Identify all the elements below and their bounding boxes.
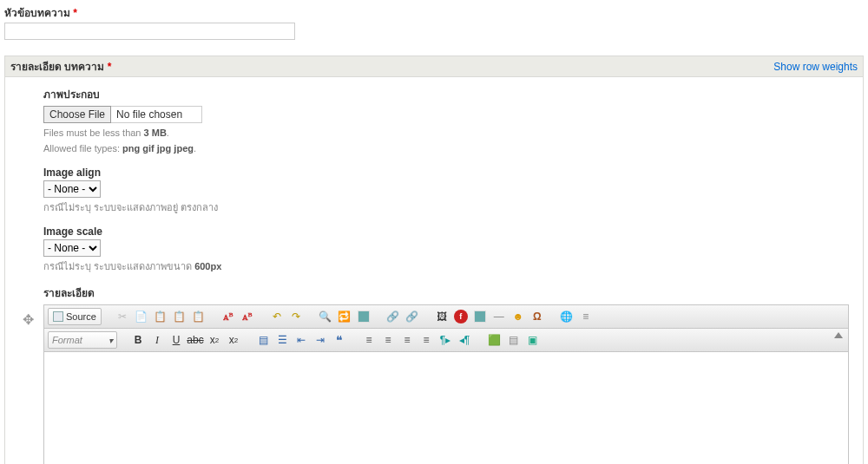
editor-textarea[interactable]: [44, 352, 848, 464]
strike-icon[interactable]: abc: [187, 331, 204, 349]
image-label: ภาพประกอบ: [43, 86, 849, 102]
outdent-icon[interactable]: ⇤: [293, 331, 310, 349]
toolbar-collapse-icon[interactable]: [834, 332, 843, 338]
cut-icon[interactable]: ✂: [114, 308, 131, 325]
imce-icon[interactable]: 🌐: [558, 308, 575, 325]
hr-icon[interactable]: —: [490, 308, 508, 325]
spellcheck-icon[interactable]: ᴀᴮ: [220, 308, 237, 325]
file-types-hint: Allowed file types: png gif jpg jpeg.: [43, 142, 849, 154]
required-asterisk: *: [108, 61, 112, 73]
body-label: รายละเอียด: [43, 284, 849, 301]
numbered-list-icon[interactable]: ▤: [254, 331, 272, 349]
align-left-icon[interactable]: ≡: [360, 331, 378, 349]
replace-icon[interactable]: 🔁: [336, 308, 353, 325]
teaser-break-icon[interactable]: ≡: [577, 308, 595, 325]
drag-handle-icon[interactable]: ✥: [23, 311, 34, 328]
bold-icon[interactable]: B: [129, 331, 147, 349]
image-align-select[interactable]: - None -: [43, 180, 101, 198]
italic-icon[interactable]: I: [148, 331, 166, 349]
remove-format-icon[interactable]: ▣: [523, 331, 541, 349]
detail-section-label: รายละเอียด บทความ: [10, 61, 104, 73]
flash-icon[interactable]: f: [454, 310, 468, 323]
blockquote-icon[interactable]: ❝: [331, 331, 348, 349]
image-scale-label: Image scale: [43, 225, 849, 238]
paste-text-icon[interactable]: 📋: [171, 308, 188, 325]
file-chosen-text: No file chosen: [111, 106, 202, 123]
image-align-hint: กรณีไม่ระบุ ระบบจะแสดงภาพอยู่ ตรงกลาง: [43, 201, 849, 213]
special-char-icon[interactable]: Ω: [529, 308, 546, 325]
redo-icon[interactable]: ↷: [287, 308, 305, 325]
copy-icon[interactable]: 📄: [133, 308, 150, 325]
image-scale-hint: กรณีไม่ระบุ ระบบจะแสดงภาพขนาด 600px: [43, 260, 849, 272]
unlink-icon[interactable]: 🔗: [404, 308, 421, 325]
source-button[interactable]: Source: [48, 308, 102, 325]
align-center-icon[interactable]: ≡: [379, 331, 397, 349]
select-all-icon[interactable]: [355, 308, 372, 325]
image-scale-select[interactable]: - None -: [43, 239, 101, 257]
show-row-weights-link[interactable]: Show row weights: [773, 61, 858, 73]
required-asterisk: *: [73, 7, 77, 19]
rtl-icon[interactable]: ◂¶: [456, 331, 473, 349]
align-right-icon[interactable]: ≡: [398, 331, 416, 349]
indent-icon[interactable]: ⇥: [312, 331, 329, 349]
format-select[interactable]: Format: [48, 331, 117, 349]
paste-icon[interactable]: 📋: [152, 308, 169, 325]
undo-icon[interactable]: ↶: [268, 308, 286, 325]
choose-file-button[interactable]: Choose File: [43, 106, 111, 123]
title-input[interactable]: [4, 23, 295, 40]
paste-word-icon[interactable]: 📋: [190, 308, 207, 325]
smiley-icon[interactable]: ☻: [510, 308, 527, 325]
link-icon[interactable]: 🔗: [385, 308, 402, 325]
underline-icon[interactable]: U: [168, 331, 185, 349]
source-icon: [53, 311, 63, 322]
file-size-hint: Files must be less than 3 MB.: [43, 127, 849, 139]
show-blocks-icon[interactable]: ▤: [504, 331, 522, 349]
title-label: หัวข้อบทความ: [4, 7, 70, 19]
bulleted-list-icon[interactable]: ☰: [273, 331, 291, 349]
subscript-icon[interactable]: x2: [206, 331, 223, 349]
spellcheck-as-you-type-icon[interactable]: ᴀᴮ: [239, 308, 256, 325]
text-color-icon[interactable]: 🟩: [485, 331, 503, 349]
align-justify-icon[interactable]: ≡: [418, 331, 435, 349]
image-icon[interactable]: 🖼: [433, 308, 450, 325]
table-icon[interactable]: [471, 308, 489, 325]
image-align-label: Image align: [43, 167, 849, 179]
find-icon[interactable]: 🔍: [317, 308, 334, 325]
superscript-icon[interactable]: x2: [225, 331, 242, 349]
ltr-icon[interactable]: ¶▸: [437, 331, 454, 349]
